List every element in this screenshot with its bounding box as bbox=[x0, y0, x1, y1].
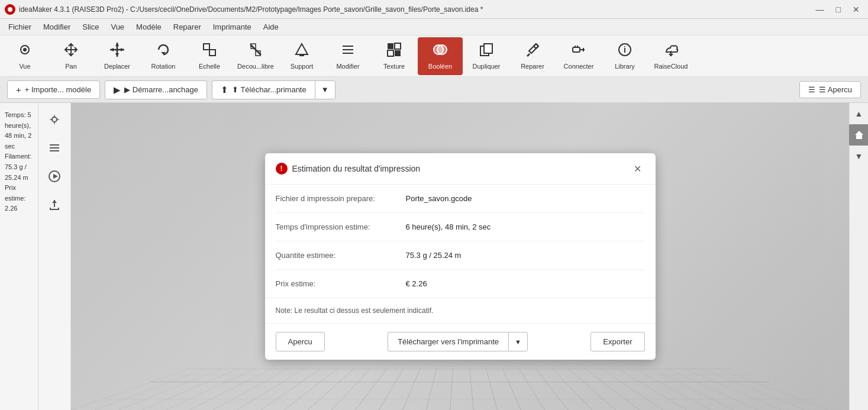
tool-booleen[interactable]: Booléen bbox=[418, 37, 463, 75]
menu-fichier[interactable]: Fichier bbox=[2, 20, 37, 34]
menu-aide[interactable]: Aide bbox=[257, 20, 285, 34]
title-bar: ideaMaker 4.3.1 (RAISE3D Pro2) - C:/User… bbox=[0, 0, 868, 19]
tool-decoulibre[interactable]: Decou...libre bbox=[233, 37, 278, 75]
maximize-button[interactable]: □ bbox=[832, 4, 844, 15]
left-panel: Temps: 5 heure(s), 48 min, 2 sec Filamen… bbox=[0, 103, 71, 410]
dupliquer-icon bbox=[478, 41, 495, 60]
nav-home-button[interactable] bbox=[848, 124, 869, 146]
texture-label: Texture bbox=[383, 63, 405, 70]
sidebar-upload-button[interactable] bbox=[43, 193, 66, 217]
fichier-label: Fichier d impressoin prepare: bbox=[276, 194, 406, 203]
tool-rotation[interactable]: Rotation bbox=[141, 37, 186, 75]
svg-point-26 bbox=[534, 44, 538, 48]
tool-connecter[interactable]: Connecter bbox=[556, 37, 601, 75]
svg-rect-7 bbox=[204, 44, 209, 50]
modal-overlay: ! Estimation du resultat d'impression ✕ … bbox=[71, 103, 849, 410]
tool-pan[interactable]: Pan bbox=[49, 37, 93, 75]
tool-raisecloud[interactable]: RaiseCloud bbox=[648, 37, 693, 75]
play-circle-icon: ▶ bbox=[114, 85, 121, 95]
tool-library[interactable]: i Library bbox=[602, 37, 647, 75]
svg-marker-5 bbox=[121, 48, 124, 51]
tool-dupliquer[interactable]: Dupliquer bbox=[464, 37, 509, 75]
nav-down-button[interactable]: ▼ bbox=[851, 148, 867, 164]
booleen-label: Booléen bbox=[428, 63, 452, 70]
sidebar-tools bbox=[38, 103, 71, 410]
quantite-label: Quantite estimee: bbox=[276, 251, 406, 260]
tool-vue[interactable]: Vue bbox=[2, 37, 47, 75]
svg-point-23 bbox=[437, 45, 447, 54]
rotation-label: Rotation bbox=[151, 63, 176, 70]
apercu-button[interactable]: ☰ ☰ Apercu bbox=[799, 81, 861, 98]
action-bar: + + Importe... modèle ▶ ▶ Démarre...anch… bbox=[0, 77, 868, 103]
app-logo bbox=[5, 4, 15, 15]
pan-icon bbox=[63, 41, 79, 60]
upload-dropdown-button[interactable]: ▼ bbox=[315, 80, 335, 99]
modal-close-button[interactable]: ✕ bbox=[631, 162, 645, 176]
price-info: Prix estime: 2.26 bbox=[5, 183, 33, 214]
tool-reparer[interactable]: Reparer bbox=[510, 37, 555, 75]
filament-info: Filament: 75.3 g / 25.24 m bbox=[5, 151, 33, 183]
raisecloud-icon bbox=[663, 41, 679, 60]
raisecloud-label: RaiseCloud bbox=[654, 63, 688, 70]
modal-header: ! Estimation du resultat d'impression ✕ bbox=[265, 153, 656, 185]
modal-note: Note: Le resultat ci dessus est seulemen… bbox=[265, 298, 656, 323]
modal-upload-arrow-button[interactable]: ▼ bbox=[508, 332, 528, 351]
modal-upload-button[interactable]: Télécharger vers l'imprimante bbox=[388, 332, 508, 351]
plus-icon: + bbox=[16, 85, 21, 95]
modal-apercu-button[interactable]: Apercu bbox=[276, 332, 325, 351]
library-icon: i bbox=[617, 41, 633, 60]
vue-icon bbox=[17, 41, 33, 60]
temps-value: 6 heure(s), 48 min, 2 sec bbox=[406, 222, 645, 231]
svg-rect-21 bbox=[395, 50, 401, 56]
import-model-button[interactable]: + + Importe... modèle bbox=[7, 80, 100, 99]
apercu-label: ☰ Apercu bbox=[819, 85, 852, 94]
tool-echelle[interactable]: Echelle bbox=[187, 37, 232, 75]
toolbar: Vue Pan Deplacer Rotation Echelle Decou.… bbox=[0, 35, 868, 77]
tool-texture[interactable]: Texture bbox=[372, 37, 417, 75]
modal-footer: Apercu Télécharger vers l'imprimante ▼ E… bbox=[265, 323, 656, 360]
texture-icon bbox=[386, 41, 402, 60]
start-slicing-button[interactable]: ▶ ▶ Démarre...anchage bbox=[105, 80, 207, 99]
menu-reparer[interactable]: Reparer bbox=[167, 20, 207, 34]
menu-vue[interactable]: Vue bbox=[105, 20, 130, 34]
sidebar-play-button[interactable] bbox=[43, 164, 66, 188]
menu-modifier[interactable]: Modifier bbox=[37, 20, 76, 34]
estimation-modal: ! Estimation du resultat d'impression ✕ … bbox=[265, 153, 656, 360]
time-info: Temps: 5 heure(s), 48 min, 2 sec bbox=[5, 110, 33, 151]
modal-export-button[interactable]: Exporter bbox=[591, 332, 644, 351]
sidebar-list-button[interactable] bbox=[43, 136, 66, 160]
modal-row-temps: Temps d'impression estime: 6 heure(s), 4… bbox=[276, 213, 645, 241]
menu-bar: Fichier Modifier Slice Vue Modèle Repare… bbox=[0, 19, 868, 35]
decoulibre-label: Decou...libre bbox=[237, 63, 274, 70]
window-title: ideaMaker 4.3.1 (RAISE3D Pro2) - C:/User… bbox=[19, 5, 483, 14]
sidebar-settings-button[interactable] bbox=[43, 108, 66, 131]
close-button[interactable]: ✕ bbox=[849, 4, 863, 15]
support-icon bbox=[293, 41, 310, 60]
svg-rect-14 bbox=[299, 54, 304, 56]
deplacer-icon bbox=[109, 41, 125, 60]
svg-marker-4 bbox=[110, 48, 114, 51]
quantite-value: 75.3 g / 25.24 m bbox=[406, 251, 645, 260]
menu-slice[interactable]: Slice bbox=[76, 20, 105, 34]
echelle-icon bbox=[201, 41, 218, 60]
vue-label: Vue bbox=[19, 63, 30, 70]
pan-label: Pan bbox=[65, 63, 77, 70]
viewport[interactable]: ! Estimation du resultat d'impression ✕ … bbox=[71, 103, 849, 410]
menu-modele[interactable]: Modèle bbox=[130, 20, 167, 34]
minimize-button[interactable]: — bbox=[812, 4, 828, 15]
modifier-label: Modifier bbox=[336, 63, 359, 70]
import-label: + Importe... modèle bbox=[25, 85, 91, 94]
tool-support[interactable]: Support bbox=[279, 37, 324, 75]
window-controls[interactable]: — □ ✕ bbox=[812, 4, 863, 15]
upload-button[interactable]: ⬆ ⬆ Téléchar...primante bbox=[212, 80, 315, 99]
rotation-icon bbox=[155, 41, 172, 60]
modal-row-quantite: Quantite estimee: 75.3 g / 25.24 m bbox=[276, 241, 645, 270]
menu-imprimante[interactable]: Imprimante bbox=[207, 20, 257, 34]
tool-modifier[interactable]: Modifier bbox=[325, 37, 370, 75]
tool-deplacer[interactable]: Deplacer bbox=[95, 37, 140, 75]
reparer-icon bbox=[524, 41, 541, 60]
svg-marker-41 bbox=[52, 200, 57, 203]
nav-up-button[interactable]: ▲ bbox=[851, 105, 867, 122]
apercu-icon: ☰ bbox=[808, 85, 815, 94]
svg-point-1 bbox=[23, 48, 27, 51]
